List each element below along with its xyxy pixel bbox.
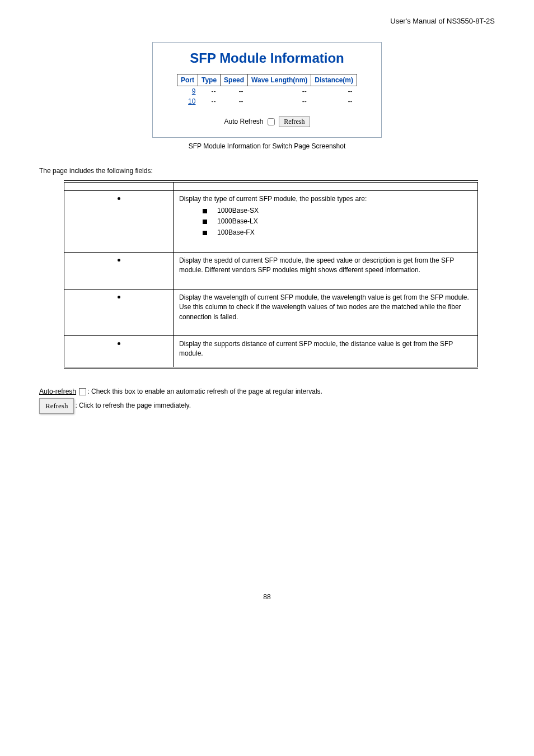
- field-object: [64, 336, 174, 368]
- cell: --: [221, 86, 248, 97]
- square-icon: [203, 231, 207, 235]
- table-row: 9 -- -- -- --: [177, 86, 357, 97]
- cell: --: [311, 86, 357, 97]
- field-description: Display the supports distance of current…: [174, 336, 478, 368]
- field-object: [64, 289, 174, 335]
- cell: --: [198, 86, 220, 97]
- bullet-icon: [118, 259, 120, 262]
- cell: --: [311, 96, 357, 106]
- bullet-icon: [118, 342, 120, 345]
- auto-refresh-footer-text: : Check this box to enable an automatic …: [87, 388, 322, 395]
- field-object: [64, 253, 174, 290]
- field-row-wavelength: Display the wavelength of current SFP mo…: [64, 289, 478, 335]
- checkbox-icon: [79, 388, 86, 395]
- intro-text: The page includes the following fields:: [39, 167, 495, 175]
- col-port: Port: [177, 74, 198, 86]
- sfp-module-panel: SFP Module Information Port Type Speed W…: [152, 42, 382, 138]
- cell: --: [248, 96, 311, 106]
- sfp-table: Port Type Speed Wave Length(nm) Distance…: [177, 74, 357, 106]
- page-header: User's Manual of NS3550-8T-2S: [39, 17, 495, 25]
- refresh-button[interactable]: Refresh: [279, 116, 310, 127]
- square-icon: [203, 209, 207, 213]
- table-header-empty: [64, 181, 478, 190]
- fields-table: Display the type of current SFP module, …: [64, 180, 478, 369]
- auto-refresh-footer-label: Auto-refresh: [39, 388, 76, 395]
- field-row-speed: Display the spedd of current SFP module,…: [64, 253, 478, 290]
- bullet-icon: [118, 197, 120, 200]
- col-dist: Distance(m): [311, 74, 357, 86]
- field-row-distance: Display the supports distance of current…: [64, 336, 478, 368]
- field-description: Display the spedd of current SFP module,…: [174, 253, 478, 290]
- col-speed: Speed: [221, 74, 248, 86]
- cell: --: [221, 96, 248, 106]
- refresh-button-image: Refresh: [39, 398, 74, 414]
- auto-refresh-row: Auto Refresh Refresh: [158, 116, 376, 127]
- screenshot-caption: SFP Module Information for Switch Page S…: [39, 142, 495, 150]
- square-icon: [203, 220, 207, 224]
- cell: --: [198, 96, 220, 106]
- field-object: [64, 190, 174, 253]
- port-link-10[interactable]: 10: [177, 96, 198, 106]
- sfp-title: SFP Module Information: [158, 50, 376, 66]
- list-item-label: 1000Base-SX: [217, 207, 259, 214]
- table-header-row: Port Type Speed Wave Length(nm) Distance…: [177, 74, 357, 86]
- field-description: Display the wavelength of current SFP mo…: [174, 289, 478, 335]
- footer-notes: Auto-refresh : Check this box to enable …: [39, 386, 495, 414]
- desc-text: Display the type of current SFP module, …: [179, 195, 367, 203]
- field-description: Display the type of current SFP module, …: [174, 190, 478, 253]
- page-number: 88: [39, 593, 495, 601]
- col-wave: Wave Length(nm): [248, 74, 311, 86]
- auto-refresh-label: Auto Refresh: [224, 118, 263, 125]
- bullet-icon: [118, 296, 120, 298]
- list-item-label: 1000Base-LX: [217, 217, 258, 225]
- field-row-type: Display the type of current SFP module, …: [64, 190, 478, 253]
- type-list: 1000Base-SX 1000Base-LX 100Base-FX: [203, 206, 472, 237]
- cell: --: [248, 86, 311, 97]
- auto-refresh-checkbox[interactable]: [268, 118, 275, 125]
- list-item-label: 100Base-FX: [217, 228, 255, 236]
- port-link-9[interactable]: 9: [177, 86, 198, 97]
- refresh-footer-text: : Click to refresh the page immediately.: [75, 402, 191, 409]
- col-type: Type: [198, 74, 220, 86]
- table-row: 10 -- -- -- --: [177, 96, 357, 106]
